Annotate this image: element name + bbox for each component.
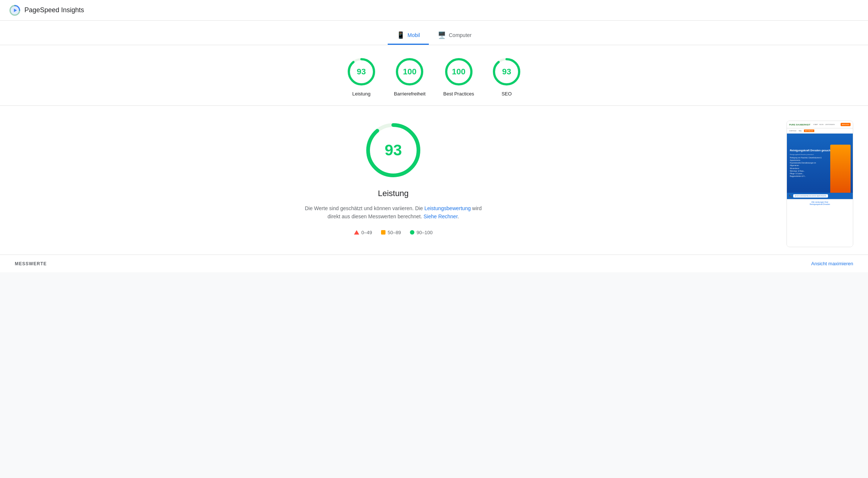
score-circle-large: 93 (364, 121, 423, 180)
score-label-best-practices: Best Practices (443, 91, 474, 97)
score-circle-barrierefreiheit: 100 (395, 57, 424, 87)
description-end: . (458, 213, 459, 219)
legend-icon-red (354, 230, 359, 235)
messwerte-label: MESSWERTE (15, 261, 47, 266)
fake-nav-links: START BLOG LEISTUNGEN (813, 124, 834, 125)
detail-description: Die Werte sind geschätzt und können vari… (304, 204, 482, 221)
scores-row: 93 Leistung 100 Barrierefreiheit (0, 45, 868, 106)
tabs-container: 📱 Mobil 🖥️ Computer (0, 21, 868, 45)
leistungsbewertung-link[interactable]: Leistungsbewertung (424, 205, 471, 211)
website-screenshot: PURE SAUBERKEIT START BLOG LEISTUNGEN AN… (787, 121, 853, 247)
tab-mobil-label: Mobil (408, 32, 420, 38)
legend-range-red: 0–49 (361, 230, 372, 235)
tab-computer-label: Computer (449, 32, 471, 38)
mobil-icon: 📱 (397, 31, 405, 39)
detail-title: Leistung (378, 189, 408, 198)
score-value-barrierefreiheit: 100 (403, 67, 417, 77)
score-barrierefreiheit: 100 Barrierefreiheit (394, 57, 425, 97)
computer-icon: 🖥️ (438, 31, 446, 39)
app-header: PageSpeed Insights (0, 0, 868, 21)
pagespeed-logo-icon (9, 4, 21, 16)
score-number-large: 93 (385, 141, 402, 159)
fake-nav: PURE SAUBERKEIT START BLOG LEISTUNGEN AN… (787, 121, 853, 128)
description-text-1: Die Werte sind geschätzt und können vari… (305, 205, 423, 211)
screenshot-panel: PURE SAUBERKEIT START BLOG LEISTUNGEN AN… (787, 121, 853, 247)
legend-item-orange: 50–89 (381, 230, 401, 235)
score-seo: 93 SEO (492, 57, 521, 97)
legend-icon-orange (381, 230, 385, 235)
score-label-leistung: Leistung (352, 91, 370, 97)
legend-range-orange: 50–89 (388, 230, 401, 235)
score-leistung: 93 Leistung (347, 57, 376, 97)
rechner-link[interactable]: Siehe Rechner (424, 213, 458, 219)
legend-icon-green (410, 230, 414, 235)
tab-computer[interactable]: 🖥️ Computer (429, 27, 480, 45)
fake-logo: PURE SAUBERKEIT (789, 124, 810, 126)
tab-mobil[interactable]: 📱 Mobil (388, 27, 429, 45)
fake-subnav: VORTEILE FAQ ANFRAGEN (787, 128, 853, 134)
main-content: 93 Leistung 100 Barrierefreiheit (0, 45, 868, 478)
app-title: PageSpeed Insights (24, 6, 84, 14)
legend-item-red: 0–49 (354, 230, 372, 235)
score-label-barrierefreiheit: Barrierefreiheit (394, 91, 425, 97)
score-value-leistung: 93 (357, 67, 366, 77)
fake-cta-button: JETZT KOSTENFREI RÜCKRUF ANFORDERN (793, 194, 828, 198)
messwerte-section: MESSWERTE Ansicht maximieren (0, 255, 868, 272)
legend-range-green: 90–100 (417, 230, 433, 235)
fake-anrufen: ANRUFEN (841, 123, 851, 126)
score-value-best-practices: 100 (452, 67, 465, 77)
fake-caption: Alle Leistungen IhrerReinigungskraft Dre… (787, 199, 853, 207)
legend: 0–49 50–89 90–100 (354, 230, 433, 235)
score-label-seo: SEO (501, 91, 511, 97)
score-circle-best-practices: 100 (444, 57, 474, 87)
legend-item-green: 90–100 (410, 230, 433, 235)
score-value-seo: 93 (502, 67, 511, 77)
fake-cta-bar: 📞 JETZT KOSTENFREI RÜCKRUF ANFORDERN (787, 193, 853, 199)
score-best-practices: 100 Best Practices (443, 57, 474, 97)
detail-left: 93 Leistung Die Werte sind geschätzt und… (15, 121, 772, 235)
logo-area: PageSpeed Insights (9, 4, 84, 16)
results-panel: 93 Leistung 100 Barrierefreiheit (0, 45, 868, 272)
fake-person-image (830, 145, 851, 193)
score-circle-leistung: 93 (347, 57, 376, 87)
screenshot-box: PURE SAUBERKEIT START BLOG LEISTUNGEN AN… (787, 121, 853, 247)
fake-hero: Reinigungskraft Dresden gesucht? Reinigu… (787, 134, 853, 193)
score-circle-seo: 93 (492, 57, 521, 87)
ansicht-maximieren-link[interactable]: Ansicht maximieren (811, 261, 853, 266)
detail-section: 93 Leistung Die Werte sind geschätzt und… (0, 106, 868, 255)
